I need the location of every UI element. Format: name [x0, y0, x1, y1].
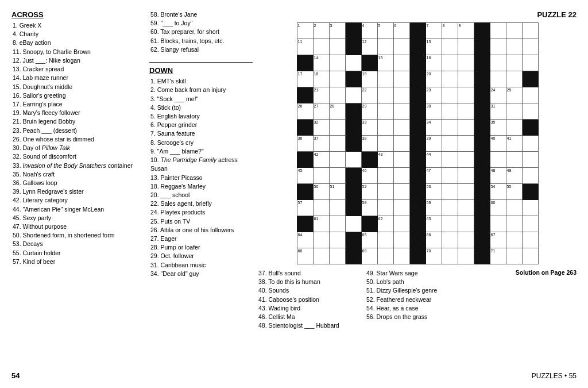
grid-cell[interactable]	[329, 136, 345, 152]
grid-cell[interactable]	[506, 39, 522, 55]
grid-cell[interactable]	[442, 103, 458, 120]
grid-cell[interactable]	[458, 200, 474, 216]
grid-cell[interactable]: 43	[377, 152, 393, 168]
grid-cell[interactable]: 9	[458, 23, 474, 39]
grid-cell[interactable]	[506, 71, 522, 87]
grid-cell[interactable]	[522, 103, 538, 120]
grid-cell[interactable]: 25	[506, 87, 522, 103]
grid-cell[interactable]: 67	[490, 232, 506, 248]
grid-cell[interactable]: 40	[490, 136, 506, 152]
grid-cell[interactable]	[393, 248, 409, 264]
grid-cell[interactable]	[329, 152, 345, 168]
grid-cell[interactable]: 66	[425, 232, 442, 248]
grid-cell[interactable]: 54	[490, 184, 506, 200]
grid-cell[interactable]	[522, 168, 538, 184]
grid-cell[interactable]: 71	[490, 248, 506, 264]
grid-cell[interactable]: 4	[361, 23, 377, 39]
grid-cell[interactable]	[442, 120, 458, 136]
grid-cell[interactable]	[377, 120, 393, 136]
grid-cell[interactable]	[442, 71, 458, 87]
grid-cell[interactable]	[442, 55, 458, 71]
grid-cell[interactable]: 60	[490, 200, 506, 216]
grid-cell[interactable]	[490, 39, 506, 55]
grid-cell[interactable]	[442, 136, 458, 152]
grid-cell[interactable]	[458, 232, 474, 248]
grid-cell[interactable]	[458, 87, 474, 103]
grid-cell[interactable]	[313, 200, 329, 216]
grid-cell[interactable]	[393, 232, 409, 248]
grid-cell[interactable]: 30	[425, 103, 442, 120]
grid-cell[interactable]	[329, 216, 345, 232]
grid-cell[interactable]	[490, 216, 506, 232]
grid-cell[interactable]: 68	[297, 248, 313, 264]
grid-cell[interactable]: 35	[490, 120, 506, 136]
grid-cell[interactable]: 31	[490, 103, 506, 120]
grid-cell[interactable]	[393, 103, 409, 120]
grid-cell[interactable]	[522, 232, 538, 248]
grid-cell[interactable]	[329, 248, 345, 264]
grid-cell[interactable]	[506, 248, 522, 264]
grid-cell[interactable]	[490, 71, 506, 87]
grid-cell[interactable]	[329, 87, 345, 103]
grid-cell[interactable]	[377, 103, 393, 120]
grid-cell[interactable]	[458, 216, 474, 232]
grid-cell[interactable]: 19	[361, 71, 377, 87]
grid-cell[interactable]	[442, 184, 458, 200]
grid-cell[interactable]	[313, 39, 329, 55]
grid-cell[interactable]: 11	[297, 39, 313, 55]
grid-cell[interactable]	[458, 248, 474, 264]
grid-cell[interactable]: 20	[425, 71, 442, 87]
grid-cell[interactable]	[345, 216, 361, 232]
grid-cell[interactable]	[393, 168, 409, 184]
grid-cell[interactable]	[377, 232, 393, 248]
grid-cell[interactable]	[458, 120, 474, 136]
grid-cell[interactable]	[522, 136, 538, 152]
grid-cell[interactable]: 69	[361, 248, 377, 264]
grid-cell[interactable]: 17	[297, 71, 313, 87]
grid-cell[interactable]: 23	[425, 87, 442, 103]
grid-cell[interactable]: 18	[313, 71, 329, 87]
grid-cell[interactable]: 32	[313, 120, 329, 136]
grid-cell[interactable]	[393, 136, 409, 152]
grid-cell[interactable]	[490, 55, 506, 71]
grid-cell[interactable]: 38	[361, 136, 377, 152]
grid-cell[interactable]	[458, 71, 474, 87]
grid-cell[interactable]	[393, 120, 409, 136]
grid-cell[interactable]	[442, 216, 458, 232]
grid-cell[interactable]: 12	[361, 39, 377, 55]
grid-cell[interactable]	[377, 136, 393, 152]
grid-cell[interactable]: 5	[377, 23, 393, 39]
grid-cell[interactable]	[393, 55, 409, 71]
grid-cell[interactable]	[442, 152, 458, 168]
grid-cell[interactable]	[329, 200, 345, 216]
grid-cell[interactable]	[506, 23, 522, 39]
grid-cell[interactable]: 41	[506, 136, 522, 152]
grid-cell[interactable]	[458, 168, 474, 184]
grid-cell[interactable]	[490, 152, 506, 168]
grid-cell[interactable]: 37	[313, 136, 329, 152]
grid-cell[interactable]	[329, 71, 345, 87]
grid-cell[interactable]: 61	[313, 216, 329, 232]
grid-cell[interactable]	[313, 232, 329, 248]
grid-cell[interactable]: 47	[425, 168, 442, 184]
grid-cell[interactable]	[522, 152, 538, 168]
grid-cell[interactable]: 51	[329, 184, 345, 200]
grid-cell[interactable]: 65	[361, 232, 377, 248]
grid-cell[interactable]	[345, 87, 361, 103]
grid-cell[interactable]	[377, 248, 393, 264]
grid-cell[interactable]	[442, 168, 458, 184]
grid-cell[interactable]	[393, 200, 409, 216]
grid-cell[interactable]	[458, 103, 474, 120]
grid-cell[interactable]	[506, 120, 522, 136]
grid-cell[interactable]: 15	[377, 55, 393, 71]
grid-cell[interactable]: 26	[297, 103, 313, 120]
grid-cell[interactable]: 7	[425, 23, 442, 39]
grid-cell[interactable]	[329, 168, 345, 184]
grid-cell[interactable]: 59	[425, 200, 442, 216]
grid-cell[interactable]: 2	[313, 23, 329, 39]
grid-cell[interactable]: 21	[313, 87, 329, 103]
grid-cell[interactable]	[345, 152, 361, 168]
grid-cell[interactable]: 28	[329, 103, 345, 120]
grid-cell[interactable]: 6	[393, 23, 409, 39]
grid-cell[interactable]: 27	[313, 103, 329, 120]
